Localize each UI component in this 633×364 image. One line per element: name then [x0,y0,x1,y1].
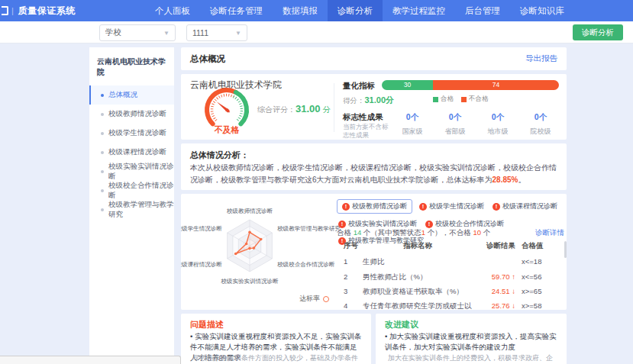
legend-swatch-icon [461,97,467,102]
achievement-count: 0个 [393,112,431,123]
analysis-title: 总体情况分析： [190,150,249,161]
table-row[interactable]: 3教师职业资格证书获取率（%）24.51 ↓x>=65 [337,284,564,298]
summary-text: 个），不合格 [425,228,473,237]
overall-score-value: 31.00 [296,103,321,114]
top-nav: | 质量保证系统 个人面板诊断任务管理数据填报诊断分析教学过程监控后台管理诊断知… [0,0,633,21]
nav-item-数据填报[interactable]: 数据填报 [273,0,328,21]
suggestion-bullet: 加大实验实训建设重视程度和资源投入，提高实验实训条件，加大对实验实训条件的建设力… [385,331,559,353]
radar-data-point [248,231,251,234]
overall-score-unit: 分 [321,105,331,114]
diagnosis-tag-校级教师情况诊断[interactable]: !校级教师情况诊断 [337,199,412,214]
diagnosis-tag-校级学生情况诊断[interactable]: !校级学生情况诊断 [418,199,486,214]
page-title: 总体概况 [190,53,225,65]
sidebar-item-校级实验实训情况诊断[interactable]: 校级实验实训情况诊断 [89,162,174,181]
achievement-stat: 0个省部级 [436,112,474,137]
sidebar: 云南机电职业技术学院 总体概况校级教师情况诊断校级学生情况诊断校级课程情况诊断校… [89,47,174,364]
bullet-icon [101,170,104,173]
app-title: 质量保证系统 [18,5,76,18]
achievements-title: 标志性成果 [343,112,383,123]
analysis-card: 总体情况分析： 本次从校级教师情况诊断，校级学生情况诊断，校级课程情况诊断，校级… [181,143,567,190]
diagnosis-tag-label: 校级课程情况诊断 [502,201,557,211]
fail-count: 10 [473,228,481,237]
analysis-text: 本次从校级教师情况诊断，校级学生情况诊断，校级课程情况诊断，校级实验实训情况诊断… [190,162,557,185]
nav-item-诊断任务管理[interactable]: 诊断任务管理 [200,0,273,21]
quant-score: 得分：31.00分 [343,95,394,106]
sidebar-item-label: 校级实验实训情况诊断 [108,162,174,182]
achievement-count: 0个 [436,112,474,123]
suggestion-card: 改进建议 加大实验实训建设重视程度和资源投入，提高实验实训条件，加大对实验实训条… [376,314,567,364]
nav-item-后台管理[interactable]: 后台管理 [455,0,510,21]
sidebar-item-总体概况[interactable]: 总体概况 [89,85,174,105]
compliance-rate-value: 28.85% [493,176,518,184]
logo-divider: | [11,6,14,15]
nav-item-诊断知识库[interactable]: 诊断知识库 [510,0,574,21]
table-row[interactable]: 4专任青年教师研究生学历或硕士以上比例（%）25.76 ↓x>=58 [337,298,564,309]
school-type-select[interactable]: 学校 ▼ [99,24,176,41]
nav-item-诊断分析[interactable]: 诊断分析 [328,0,383,21]
sidebar-item-校级教学管理与教学研究[interactable]: 校级教学管理与教学研究 [89,200,174,219]
scheme-select-value: 1111 [192,28,208,37]
app-logo: | 质量保证系统 [0,5,145,18]
achievement-count: 0个 [522,112,560,123]
table-header-row: 序号指标名称诊断结果合格值 [337,240,564,254]
sidebar-item-label: 校级教师情况诊断 [108,109,166,119]
nav-item-教学过程监控[interactable]: 教学过程监控 [383,0,455,21]
warning-icon: ! [419,203,427,211]
radar-legend-label: 达标率 [299,294,320,304]
radar-data-point [234,253,237,256]
cell-result: 24.51 ↓ [477,287,522,296]
table-row[interactable]: 2男性教师占比（%）59.70 ↑x<=56 [337,269,564,284]
diagnosis-tag-校级课程情况诊断[interactable]: !校级课程情况诊断 [491,199,559,214]
sidebar-item-校级学生情况诊断[interactable]: 校级学生情况诊断 [89,124,174,143]
cell-standard: x>=65 [522,287,560,296]
section-header-card: 总体概况 导出报告 [181,47,567,70]
radar-data-point [248,247,251,250]
radar-axis-label: 校级实验实训情况诊断 [221,278,279,285]
bar-segment-合格: 30 [382,80,433,90]
gauge-pass-ticks [234,97,242,121]
gauge-needle [215,101,231,114]
table-row[interactable]: 1生师比x<=18 [337,254,564,269]
radar-legend-marker-icon [323,296,329,302]
warning-icon: ! [342,203,350,211]
nav-item-个人面板[interactable]: 个人面板 [145,0,200,21]
radar-axis-label: 校级校企合作情况诊断 [276,261,335,268]
diagnosis-summary: 诊断详情 合格 14 个（其中预警状态1 个），不合格 10 个 [337,228,564,238]
sidebar-item-校级课程情况诊断[interactable]: 校级课程情况诊断 [89,143,174,162]
browser-status-tooltip [0,356,181,364]
summary-text: 合格 [337,228,354,237]
problem-detail: 学校在实验实训条件方面的投入较少，基础及办学条件较差，对日常教学教育的保障性较低… [193,353,363,364]
scheme-select[interactable]: 1111 ▼ [186,24,247,41]
export-report-link[interactable]: 导出报告 [525,53,557,64]
legend-label: 不合格 [469,95,489,104]
sidebar-item-校级教师情况诊断[interactable]: 校级教师情况诊断 [89,105,174,124]
cell-index: 3 [337,287,363,296]
bullet-icon [101,189,104,192]
warning-icon: ! [338,221,346,228]
table-scrollbar[interactable] [564,241,567,258]
cell-indicator-name: 教师职业资格证书获取率（%） [363,287,477,296]
bullet-icon [101,113,104,116]
pass-count: 14 [354,228,362,237]
cell-index: 1 [337,257,363,266]
screen: | 质量保证系统 个人面板诊断任务管理数据填报诊断分析教学过程监控后台管理诊断知… [0,0,633,364]
diagnose-analyze-button[interactable]: 诊断分析 [573,24,623,40]
bullet-icon [101,208,104,211]
warning-icon: ! [493,203,500,211]
cell-index: 4 [337,301,363,309]
sidebar-item-校级校企合作情况诊断[interactable]: 校级校企合作情况诊断 [89,181,174,200]
sidebar-item-label: 校级学生情况诊断 [108,128,166,138]
achievement-stat: 0个地市级 [479,112,517,137]
app-logo-icon [2,6,8,15]
cell-standard: x>=58 [522,301,560,309]
achievement-stat: 0个国家级 [393,112,431,137]
compliance-radar-chart: 校级教师情况诊断校级教学管理与教学研究校级校企合作情况诊断校级实验实训情况诊断校… [181,197,345,308]
achievement-label: 地市级 [479,127,517,137]
problem-title: 问题描述 [190,319,224,330]
bullet-icon [101,94,104,97]
legend-swatch-icon [433,97,438,102]
problem-card: 问题描述 实验实训建设重视程度和资源投入不足，实验实训条件不能满足人才培养的需求… [181,314,371,364]
diagnosis-detail-link[interactable]: 诊断详情 [535,228,564,238]
achievement-count: 0个 [479,112,517,123]
sidebar-item-label: 校级校企合作情况诊断 [108,181,174,201]
